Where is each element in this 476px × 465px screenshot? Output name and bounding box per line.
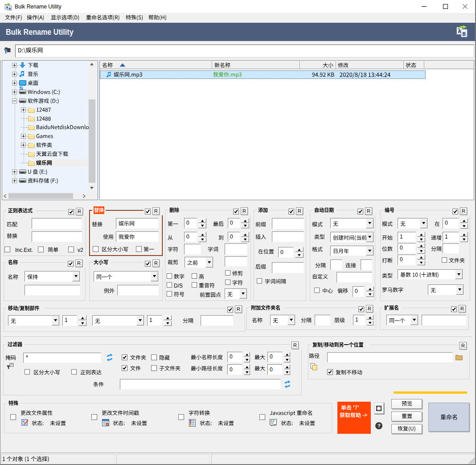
svg-text:B: B <box>9 7 11 10</box>
svg-text:A: A <box>458 29 461 34</box>
svg-text:A: A <box>6 6 8 9</box>
svg-text:B: B <box>463 32 466 37</box>
